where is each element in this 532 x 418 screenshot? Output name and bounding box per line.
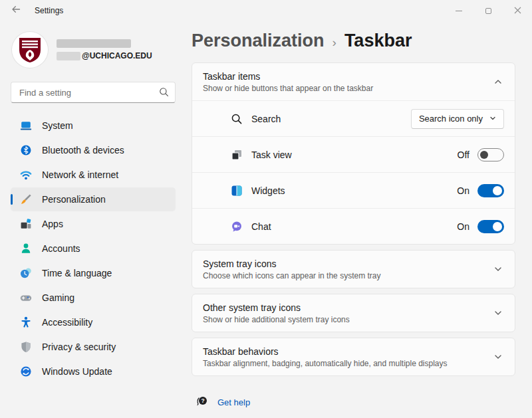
system-tray-icons-card: System tray icons Choose which icons can…	[192, 250, 515, 288]
time-language-icon	[20, 267, 32, 279]
section-titles: Other system tray icons Show or hide add…	[203, 302, 493, 324]
profile-text: @UCHICAGO.EDU	[57, 39, 152, 60]
widgets-icon	[231, 185, 243, 197]
toggle-state-label: On	[457, 185, 469, 196]
chevron-down-icon	[493, 309, 503, 317]
privacy-icon	[20, 341, 32, 353]
back-button[interactable]	[3, 0, 29, 21]
minimize-button[interactable]	[444, 0, 473, 21]
sidebar: @UCHICAGO.EDU System Bluetooth & de	[0, 21, 186, 418]
taskbar-behaviors-header[interactable]: Taskbar behaviors Taskbar alignment, bad…	[192, 338, 515, 375]
settings-window: Settings	[0, 0, 532, 418]
dropdown-value: Search icon only	[419, 114, 483, 124]
close-icon	[514, 5, 521, 17]
taskbar-row-task-view: Task view Off	[192, 136, 515, 172]
sidebar-item-system[interactable]: System	[11, 114, 176, 138]
chevron-down-icon	[489, 114, 496, 124]
sidebar-item-network-internet[interactable]: Network & internet	[11, 163, 176, 187]
sidebar-item-label: Accounts	[42, 243, 80, 254]
toggle-knob	[493, 186, 502, 195]
search-mode-dropdown[interactable]: Search icon only	[411, 109, 504, 129]
card-title: Taskbar items	[203, 71, 493, 82]
sidebar-item-label: Accessibility	[42, 317, 92, 328]
close-button[interactable]	[503, 0, 532, 21]
sidebar-item-privacy-security[interactable]: Privacy & security	[11, 335, 176, 359]
row-label: Search	[251, 114, 411, 124]
page-title: Taskbar	[344, 31, 412, 51]
search-taskbar-icon	[231, 113, 243, 125]
card-title: Taskbar behaviors	[203, 346, 493, 357]
toggle-state-label: On	[457, 221, 469, 232]
other-system-tray-icons-card: Other system tray icons Show or hide add…	[192, 294, 515, 332]
user-name-redacted	[57, 39, 131, 48]
task-view-icon	[231, 149, 243, 161]
sidebar-item-apps[interactable]: Apps	[11, 212, 176, 236]
sidebar-item-accounts[interactable]: Accounts	[11, 237, 176, 261]
breadcrumb-parent[interactable]: Personalization	[192, 31, 325, 51]
bluetooth-icon	[20, 144, 32, 156]
system-tray-icons-header[interactable]: System tray icons Choose which icons can…	[192, 251, 515, 288]
network-icon	[20, 169, 32, 181]
breadcrumb: Personalization › Taskbar	[192, 31, 515, 51]
uchicago-crest-icon	[18, 37, 42, 63]
widgets-toggle[interactable]	[477, 184, 504, 197]
sidebar-nav: System Bluetooth & devices Network & int…	[11, 114, 176, 383]
get-help-icon: ?	[196, 395, 208, 410]
sidebar-item-gaming[interactable]: Gaming	[11, 286, 176, 310]
sidebar-item-personalization[interactable]: Personalization	[11, 187, 176, 211]
sidebar-item-accessibility[interactable]: Accessibility	[11, 310, 176, 334]
sidebar-item-label: Personalization	[42, 194, 106, 205]
avatar	[12, 32, 48, 68]
search-icon	[159, 87, 169, 100]
toggle-state-label: Off	[458, 150, 469, 160]
chevron-down-icon	[493, 353, 503, 361]
taskbar-items-header[interactable]: Taskbar items Show or hide buttons that …	[192, 63, 515, 100]
chat-icon	[231, 221, 243, 233]
apps-icon	[20, 218, 32, 230]
chevron-down-icon	[493, 265, 503, 273]
chat-toggle[interactable]	[477, 220, 504, 233]
user-profile: @UCHICAGO.EDU	[12, 32, 176, 68]
email-prefix-redacted	[57, 52, 80, 60]
taskbar-row-widgets: Widgets On	[192, 172, 515, 208]
main-content: Personalization › Taskbar Taskbar items …	[192, 21, 515, 418]
sidebar-item-label: Bluetooth & devices	[42, 145, 124, 156]
taskbar-row-chat: Chat On	[192, 208, 515, 244]
help-footer: ? Get help	[192, 395, 515, 410]
maximize-button[interactable]	[473, 0, 503, 21]
card-subtitle: Choose which icons can appear in the sys…	[203, 271, 493, 280]
email-domain: @UCHICAGO.EDU	[82, 51, 152, 60]
get-help-link[interactable]: Get help	[217, 397, 250, 407]
sidebar-item-label: Time & language	[42, 268, 112, 278]
gaming-icon	[20, 292, 32, 304]
taskbar-behaviors-card: Taskbar behaviors Taskbar alignment, bad…	[192, 338, 515, 376]
maximize-icon	[485, 8, 491, 14]
sidebar-item-windows-update[interactable]: Windows Update	[11, 360, 176, 383]
row-label: Task view	[251, 150, 458, 160]
search-input[interactable]	[11, 82, 176, 103]
chevron-up-icon	[493, 78, 503, 86]
svg-text:?: ?	[201, 397, 204, 404]
sidebar-item-bluetooth-devices[interactable]: Bluetooth & devices	[11, 138, 176, 162]
taskbar-items-card: Taskbar items Show or hide buttons that …	[192, 62, 515, 245]
back-icon	[11, 4, 21, 17]
row-label: Chat	[251, 221, 457, 232]
titlebar: Settings	[0, 0, 532, 21]
accounts-icon	[20, 243, 32, 255]
personalization-icon	[20, 193, 32, 205]
task-view-toggle[interactable]	[477, 148, 504, 161]
toggle-knob	[493, 222, 502, 231]
taskbar-row-search: Search Search icon only	[192, 100, 515, 136]
section-titles: Taskbar behaviors Taskbar alignment, bad…	[203, 346, 493, 368]
other-system-tray-icons-header[interactable]: Other system tray icons Show or hide add…	[192, 294, 515, 332]
toggle-knob	[480, 151, 488, 159]
sidebar-item-time-language[interactable]: Time & language	[11, 261, 176, 285]
settings-search	[11, 82, 176, 103]
settings-cards: Taskbar items Show or hide buttons that …	[192, 62, 515, 376]
sidebar-item-label: Privacy & security	[42, 342, 116, 352]
sidebar-item-label: Apps	[42, 219, 63, 229]
section-titles: System tray icons Choose which icons can…	[203, 259, 493, 280]
system-icon	[20, 120, 32, 132]
card-title: System tray icons	[203, 259, 493, 269]
sidebar-item-label: System	[42, 120, 73, 131]
